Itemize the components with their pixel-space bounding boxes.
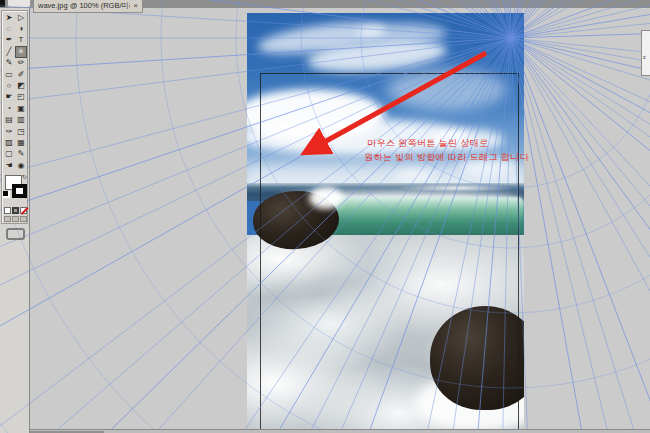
color-well: ↻: [2, 173, 29, 205]
frame-tool-icon[interactable]: ▣: [15, 103, 27, 114]
document-window-border: [29, 8, 30, 433]
tool-palette: ➤▷◌◑✒T╱✳✎✏▭✐○◩☛◰◔▣▤▥✑◳▨▦▢✎☚◉ ↻: [1, 10, 28, 224]
selection-frame: [260, 73, 519, 433]
texture-swatch-3[interactable]: [20, 216, 27, 222]
brush-tool-icon[interactable]: ✎: [3, 58, 15, 69]
texture-swatch-1[interactable]: [4, 216, 11, 222]
annotation-line-2: 원하는 빛의 방향에 따라 드래그 합니다: [364, 151, 529, 164]
clone-stamp-tool-icon[interactable]: ◳: [15, 126, 27, 137]
texture-swatch-2[interactable]: [12, 216, 19, 222]
tab-close-icon[interactable]: ×: [133, 2, 138, 10]
text-tool-icon[interactable]: T: [15, 35, 27, 46]
pan-tool-icon[interactable]: ☚: [3, 160, 15, 171]
picture-tool-icon[interactable]: ▤: [3, 115, 15, 126]
document-tab[interactable]: wave.jpg @ 100% (RGB/미리보기) ×: [33, 0, 143, 13]
crop-tool-icon[interactable]: ◩: [15, 80, 27, 91]
style-none-swatch[interactable]: [20, 207, 27, 214]
pen-tool-icon[interactable]: ✑: [3, 126, 15, 137]
application-window: 마우스 왼쪽버튼 눌린 상태로 원하는 빛의 방향에 따라 드래그 합니다 wa…: [0, 0, 650, 433]
floating-palette-fragment: [6, 228, 25, 240]
tool-grid: ➤▷◌◑✒T╱✳✎✏▭✐○◩☛◰◔▣▤▥✑◳▨▦▢✎☚◉: [3, 12, 27, 171]
pencil-tool-icon[interactable]: ✏: [15, 58, 27, 69]
line-tool-icon[interactable]: ╱: [3, 46, 15, 57]
deform-tool-icon[interactable]: ◰: [15, 92, 27, 103]
background-color-swatch[interactable]: [12, 184, 27, 198]
swap-colors-icon[interactable]: ↻: [22, 173, 27, 180]
marquee-tool-icon[interactable]: ▢: [3, 149, 15, 160]
overview-tool-icon[interactable]: ◔: [3, 103, 15, 114]
airbrush-tool-icon[interactable]: ✐: [15, 69, 27, 80]
texture-row: [4, 216, 27, 222]
document-tab-title: wave.jpg @ 100% (RGB/미리보기): [38, 1, 130, 11]
panel-grip-icon: ≡: [643, 55, 646, 60]
lighting-tool-icon[interactable]: ✳: [15, 46, 27, 57]
hand-pointer-tool-icon[interactable]: ☛: [3, 92, 15, 103]
window-corner-mark: [0, 0, 5, 7]
zoom-tool-icon[interactable]: ◉: [15, 160, 27, 171]
lasso-tool-icon[interactable]: ◌: [3, 23, 15, 34]
gradient-tool-icon[interactable]: ▥: [15, 115, 27, 126]
move-tool-icon[interactable]: ➤: [3, 12, 15, 23]
style-row: [4, 207, 27, 214]
horizontal-scrollbar[interactable]: [30, 429, 650, 433]
fill-tool-icon[interactable]: ▨: [3, 137, 15, 148]
selection-tool-icon[interactable]: ○: [3, 80, 15, 91]
direct-selection-tool-icon[interactable]: ▷: [15, 12, 27, 23]
sample-tool-icon[interactable]: ✎: [15, 149, 27, 160]
color-palette-tool-icon[interactable]: ◑: [15, 23, 27, 34]
window-control-fragment[interactable]: [7, 0, 31, 8]
default-colors-icon[interactable]: [3, 191, 10, 198]
eyedropper-tool-icon[interactable]: ✒: [3, 35, 15, 46]
style-pattern-swatch[interactable]: [12, 207, 19, 214]
eraser-tool-icon[interactable]: ▭: [3, 69, 15, 80]
annotation-line-1: 마우스 왼쪽버튼 눌린 상태로: [367, 137, 489, 150]
histogram-tool-icon[interactable]: ▦: [15, 137, 27, 148]
cloud: [357, 23, 447, 43]
style-color-swatch[interactable]: [4, 207, 11, 214]
collapsed-panel[interactable]: ≡: [641, 30, 650, 76]
